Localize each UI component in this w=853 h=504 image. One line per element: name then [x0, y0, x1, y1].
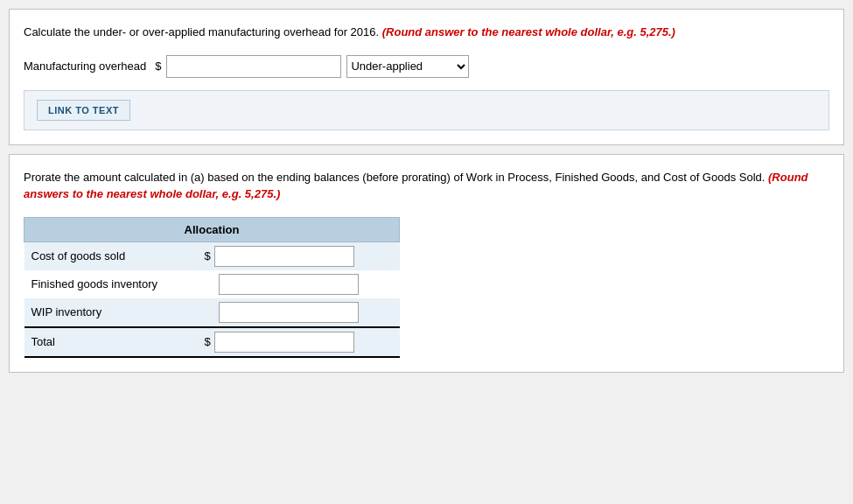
question-a-highlight: (Round answer to the nearest whole dolla… [382, 25, 675, 38]
wip-input-cell [199, 298, 400, 327]
link-to-text-button[interactable]: LINK TO TEXT [37, 100, 130, 121]
question-a-main: Calculate the under- or over-applied man… [24, 25, 379, 38]
question-b-text: Prorate the amount calculated in (a) bas… [24, 169, 829, 203]
manufacturing-overhead-input[interactable] [166, 55, 341, 78]
cost-of-goods-label: Cost of goods sold [24, 242, 199, 270]
question-a-text: Calculate the under- or over-applied man… [24, 24, 829, 41]
cost-of-goods-input[interactable] [214, 246, 354, 267]
table-row: Cost of goods sold $ [24, 242, 400, 270]
overhead-type-select[interactable]: Under-applied Over-applied [346, 55, 469, 78]
total-input-cell: $ [199, 327, 400, 357]
finished-goods-input[interactable] [219, 274, 359, 295]
finished-goods-label: Finished goods inventory [24, 270, 199, 298]
dollar-sign-a: $ [155, 60, 161, 73]
table-row: Finished goods inventory [24, 270, 400, 298]
total-label: Total [24, 327, 199, 357]
allocation-table: Allocation Cost of goods sold $ [24, 217, 400, 358]
manufacturing-overhead-label: Manufacturing overhead [24, 60, 146, 73]
table-header: Allocation [24, 217, 400, 242]
dollar-cogs: $ [205, 249, 211, 262]
allocation-table-container: Allocation Cost of goods sold $ [24, 217, 400, 358]
section-b: Prorate the amount calculated in (a) bas… [9, 154, 844, 373]
cost-of-goods-input-cell: $ [199, 242, 400, 270]
wip-label: WIP inventory [24, 298, 199, 327]
table-row: WIP inventory [24, 298, 400, 327]
total-input[interactable] [214, 332, 354, 353]
dollar-total: $ [205, 335, 211, 348]
wip-input[interactable] [219, 302, 359, 323]
section-a: Calculate the under- or over-applied man… [9, 9, 844, 145]
question-b-main: Prorate the amount calculated in (a) bas… [24, 171, 765, 184]
manufacturing-overhead-row: Manufacturing overhead $ Under-applied O… [24, 55, 829, 78]
finished-goods-input-cell [199, 270, 400, 298]
link-container: LINK TO TEXT [24, 90, 829, 130]
table-row-total: Total $ [24, 327, 400, 357]
